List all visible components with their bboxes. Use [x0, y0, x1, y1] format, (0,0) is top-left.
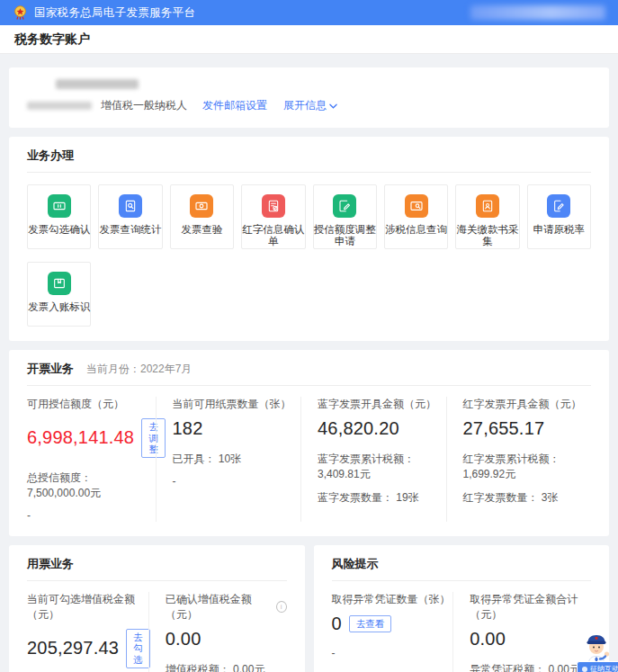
taxpayer-type-label: 增值税一般纳税人 [101, 98, 187, 113]
red-letter-info-form-icon [262, 194, 285, 218]
stat-detail: 蓝字发票累计税额： 3,409.81元 [318, 452, 446, 482]
company-name-redacted [56, 79, 139, 89]
stat-label: 取得异常凭证金额合计（元） [470, 592, 591, 623]
stat-abnormal-voucher-amount: 取得异常凭证金额合计（元） 0.00 异常凭证税额： 0.00元 - [452, 592, 591, 672]
risk-alert-card: 风险提示 取得异常凭证数量（张） 0 去查看 - - 取得异常凭证金额合计（元）… [314, 545, 610, 672]
stat-detail: - [173, 475, 301, 488]
invoicing-section-title: 开票业务 [27, 361, 74, 377]
stat-value: 27,655.17 [463, 418, 545, 439]
main-content: 增值税一般纳税人 发件邮箱设置 展开信息 业务办理 发票勾选确认 [0, 54, 618, 672]
invoicing-card: 开票业务 当前月份：2022年7月 可用授信额度（元） 6,998,141.48… [9, 350, 609, 536]
chevron-down-icon [329, 103, 337, 109]
ticket-usage-section-title: 用票业务 [27, 556, 287, 572]
stat-label: 取得异常凭证数量（张） [332, 592, 453, 607]
stat-value: 205,297.43 [27, 638, 119, 659]
app-header: 国家税务总局电子发票服务平台 [0, 0, 618, 25]
biz-item-tax-info-query[interactable]: 涉税信息查询 [384, 184, 448, 249]
stat-detail: 红字发票数量： 3张 [463, 490, 592, 506]
page-title-bar: 税务数字账户 [0, 25, 618, 54]
biz-item-invoice-query-stats[interactable]: 发票查询统计 [98, 184, 162, 249]
expand-info-label: 展开信息 [283, 98, 327, 113]
original-tax-rate-apply-icon [547, 194, 570, 218]
mascot-label[interactable]: 征纳互动 [577, 661, 618, 672]
divider [27, 580, 287, 581]
go-select-button[interactable]: 去勾选 [126, 629, 150, 668]
biz-item-red-letter-info-form[interactable]: 红字信息确认单 [241, 184, 305, 249]
biz-item-label: 发票入账标识 [28, 301, 90, 313]
stat-value: 0 [332, 614, 342, 634]
current-month-label: 当前月份：2022年7月 [86, 362, 192, 377]
stat-label: 当前可用纸票数量（张） [173, 397, 301, 412]
taxpayer-info-card: 增值税一般纳税人 发件邮箱设置 展开信息 [9, 67, 609, 128]
stat-selectable-vat-amount: 当前可勾选增值税金额（元） 205,297.43 去勾选 增值税税额： 22,2… [27, 592, 148, 672]
biz-item-label: 海关缴款书采集 [456, 224, 518, 247]
stat-value: 46,820.20 [318, 418, 399, 439]
invoice-entry-flag-icon [48, 272, 71, 295]
stat-abnormal-voucher-count: 取得异常凭证数量（张） 0 去查看 - - [332, 592, 453, 672]
tax-officer-mascot-icon [577, 629, 614, 665]
invoice-inspect-icon [190, 194, 213, 218]
business-handling-card: 业务办理 发票勾选确认 发票查询统计 [9, 137, 609, 341]
biz-item-label: 发票勾选确认 [28, 224, 90, 236]
stat-label: 当前可勾选增值税金额（元） [27, 592, 148, 623]
biz-item-invoice-entry-flag[interactable]: 发票入账标识 [27, 262, 91, 327]
stat-detail: 蓝字发票数量： 19张 [318, 490, 446, 506]
stat-blue-invoice-amount: 蓝字发票开具金额（元） 46,820.20 蓝字发票累计税额： 3,409.81… [300, 397, 446, 522]
biz-item-label: 授信额度调整申请 [314, 224, 376, 247]
stat-label: 蓝字发票开具金额（元） [318, 397, 446, 412]
biz-item-original-tax-rate-apply[interactable]: 申请原税率 [527, 184, 591, 249]
biz-item-customs-payment-collect[interactable]: 海关缴款书采集 [455, 184, 519, 249]
mascot-pill-icon [582, 667, 587, 672]
biz-item-label: 申请原税率 [533, 224, 586, 236]
stat-label: 已确认增值税金额（元） [166, 592, 273, 623]
stat-label: 红字发票开具金额（元） [463, 397, 592, 412]
biz-item-invoice-inspect[interactable]: 发票查验 [170, 184, 234, 249]
stat-detail: - [27, 509, 156, 522]
tax-info-query-icon [405, 194, 428, 218]
stat-detail: 已开具： 10张 [173, 452, 301, 467]
page-title: 税务数字账户 [14, 31, 90, 48]
stat-confirmed-vat-amount: 已确认增值税金额（元） i 0.00 增值税税额： 0.00元 抵扣凭证数量： … [148, 592, 287, 672]
invoice-check-select-icon [48, 194, 71, 218]
divider [332, 580, 592, 581]
national-emblem-icon [13, 5, 28, 21]
biz-item-label: 涉税信息查询 [385, 224, 447, 236]
go-view-button[interactable]: 去查看 [349, 615, 392, 632]
business-items-grid: 发票勾选确认 发票查询统计 发票查验 [27, 184, 591, 327]
stat-available-credit: 可用授信额度（元） 6,998,141.48 去调整 总授信额度： 7,500,… [27, 397, 156, 522]
credit-limit-adjust-icon [333, 194, 356, 218]
stat-detail: 红字发票累计税额： 1,699.92元 [463, 452, 592, 482]
risk-section-title: 风险提示 [332, 556, 592, 572]
stat-detail: 异常凭证税额： 0.00元 [470, 662, 591, 672]
stat-value: 182 [173, 418, 203, 439]
biz-item-credit-limit-adjust[interactable]: 授信额度调整申请 [313, 184, 377, 249]
biz-item-label: 红字信息确认单 [242, 224, 304, 247]
taxpayer-id-redacted [27, 102, 92, 110]
email-settings-link[interactable]: 发件邮箱设置 [202, 98, 267, 113]
customs-payment-collect-icon [476, 194, 499, 218]
assistant-mascot[interactable]: 征纳互动 [577, 629, 618, 668]
business-section-title: 业务办理 [27, 148, 591, 164]
info-icon: i [276, 601, 287, 613]
stat-value: 0.00 [166, 629, 202, 650]
invoice-query-stats-icon [119, 194, 142, 218]
stat-detail: - [332, 647, 453, 659]
stat-red-invoice-amount: 红字发票开具金额（元） 27,655.17 红字发票累计税额： 1,699.92… [446, 397, 592, 522]
stat-detail: - [332, 668, 453, 672]
app-title: 国家税务总局电子发票服务平台 [34, 5, 195, 21]
biz-item-label: 发票查验 [181, 224, 222, 236]
divider [27, 385, 591, 386]
divider [27, 172, 591, 173]
stat-label: 可用授信额度（元） [27, 397, 156, 412]
biz-item-label: 发票查询统计 [100, 224, 162, 236]
user-info-redacted[interactable] [470, 5, 605, 20]
stat-paper-invoice-count: 当前可用纸票数量（张） 182 已开具： 10张 - [156, 397, 301, 522]
biz-item-invoice-check-select[interactable]: 发票勾选确认 [27, 184, 91, 249]
stat-value: 6,998,141.48 [27, 427, 134, 448]
ticket-usage-card: 用票业务 当前可勾选增值税金额（元） 205,297.43 去勾选 增值税税额：… [9, 545, 305, 672]
stat-detail: 增值税税额： 0.00元 [166, 662, 287, 672]
stat-value: 0.00 [470, 629, 506, 650]
expand-info-link[interactable]: 展开信息 [283, 98, 337, 113]
stat-detail: 总授信额度： 7,500,000.00元 [27, 470, 156, 501]
